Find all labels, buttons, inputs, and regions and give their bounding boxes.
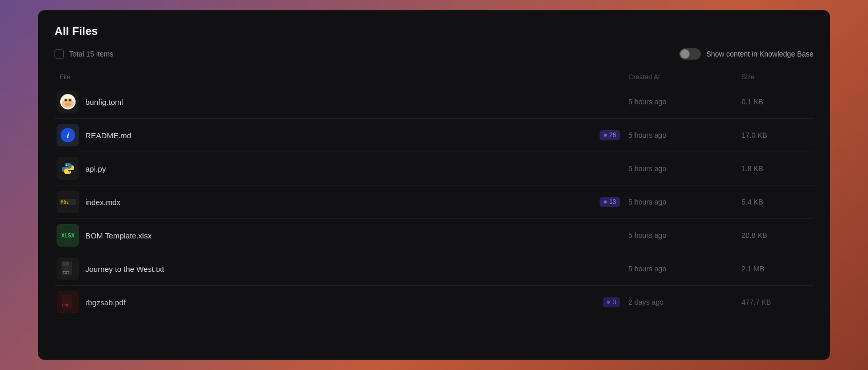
file-cell: TXT Journey to the West.txt: [55, 257, 628, 280]
table-row[interactable]: bunfig.toml 5 hours ago 0.1 KB: [55, 85, 813, 119]
file-name-readme: README.md: [85, 131, 131, 140]
size-readme: 17.0 KB: [742, 131, 813, 139]
file-icon-bun: [57, 90, 79, 113]
table-row[interactable]: XLSX BOM Template.xlsx 5 hours ago 20.8 …: [55, 219, 813, 252]
table-row[interactable]: PDF rbgzsab.pdf 3 2 days ago 477.7 KB: [55, 286, 813, 319]
info-icon: i: [61, 128, 75, 142]
created-at-index: 5 hours ago: [628, 198, 742, 206]
created-at-readme: 5 hours ago: [628, 131, 742, 139]
svg-point-4: [65, 99, 67, 101]
all-files-panel: All Files Total 15 items Show content in…: [38, 10, 830, 360]
header-file: File: [55, 73, 628, 81]
file-cell: api.py: [55, 157, 628, 180]
file-icon-mdx: MD↓: [57, 191, 79, 213]
table-body: bunfig.toml 5 hours ago 0.1 KB i README.…: [55, 85, 813, 360]
created-at-journey: 5 hours ago: [628, 265, 742, 273]
svg-text:PDF: PDF: [62, 303, 70, 307]
file-cell: MD↓ index.mdx 13: [55, 191, 628, 213]
bun-svg-icon: [59, 93, 77, 110]
pdf-badges: 3: [132, 297, 628, 307]
created-at-bom: 5 hours ago: [628, 231, 742, 239]
toolbar: Total 15 items Show content in Knowledge…: [55, 48, 813, 60]
header-created-at: Created At: [628, 73, 742, 81]
size-journey: 2.1 MB: [742, 265, 813, 273]
python-svg-icon: [60, 161, 76, 176]
created-at-rbgzsab: 2 days ago: [628, 298, 742, 306]
knowledge-base-toggle[interactable]: [679, 48, 701, 60]
page-title: All Files: [55, 25, 813, 38]
svg-text:MD↓: MD↓: [61, 200, 69, 205]
total-count-label: Total 15 items: [69, 50, 113, 58]
svg-point-5: [69, 99, 71, 101]
svg-rect-15: [62, 262, 69, 266]
index-badge: 13: [600, 197, 620, 207]
svg-text:TXT: TXT: [63, 271, 69, 275]
badge-dot: [607, 301, 610, 304]
readme-badges: 26: [137, 130, 628, 140]
created-at-bunfig: 5 hours ago: [628, 98, 742, 106]
mdx-svg-icon: MD↓: [57, 191, 79, 213]
index-badges: 13: [126, 197, 628, 207]
size-api: 1.8 KB: [742, 164, 813, 173]
file-cell: XLSX BOM Template.xlsx: [55, 224, 628, 247]
file-icon-readme: i: [57, 124, 79, 146]
file-name-api: api.py: [85, 164, 106, 173]
select-all-checkbox[interactable]: [55, 49, 64, 59]
txt-svg-icon: TXT: [57, 257, 79, 280]
toggle-label: Show content in Knowledge Base: [706, 50, 813, 58]
file-name-rbgzsab: rbgzsab.pdf: [85, 298, 125, 307]
size-bom: 20.8 KB: [742, 231, 813, 239]
table-row[interactable]: TXT Journey to the West.txt 5 hours ago …: [55, 252, 813, 286]
badge-dot: [604, 134, 607, 137]
svg-point-6: [65, 103, 71, 106]
table-row[interactable]: MD↓ index.mdx 13 5 hours ago 5.4 KB: [55, 186, 813, 219]
file-name-bom: BOM Template.xlsx: [85, 231, 152, 240]
file-icon-xlsx: XLSX: [57, 224, 79, 247]
readme-badge: 26: [600, 130, 620, 140]
file-cell: bunfig.toml: [55, 90, 628, 113]
pdf-badge: 3: [603, 297, 620, 307]
file-name-bunfig: bunfig.toml: [85, 98, 123, 106]
file-cell: PDF rbgzsab.pdf 3: [55, 291, 628, 313]
total-items-area: Total 15 items: [55, 49, 113, 59]
svg-point-9: [69, 171, 70, 172]
toggle-knob: [680, 49, 690, 59]
xlsx-label: XLSX: [57, 224, 79, 247]
file-icon-txt: TXT: [57, 257, 79, 280]
header-size: Size: [742, 73, 813, 81]
created-at-api: 5 hours ago: [628, 164, 742, 173]
table-row[interactable]: api.py 5 hours ago 1.8 KB: [55, 152, 813, 186]
size-index: 5.4 KB: [742, 198, 813, 206]
pdf-svg-icon: PDF: [57, 291, 79, 313]
size-rbgzsab: 477.7 KB: [742, 298, 813, 306]
table-row[interactable]: i README.md 26 5 hours ago 17.0 KB: [55, 119, 813, 152]
svg-point-8: [66, 164, 67, 165]
file-icon-python: [57, 157, 79, 180]
file-icon-pdf: PDF: [57, 291, 79, 313]
table-header: File Created At Size: [55, 69, 813, 85]
badge-dot: [604, 200, 607, 203]
size-bunfig: 0.1 KB: [742, 98, 813, 106]
file-cell: i README.md 26: [55, 124, 628, 146]
file-name-journey: Journey to the West.txt: [85, 265, 164, 273]
knowledge-base-toggle-area: Show content in Knowledge Base: [679, 48, 813, 60]
file-name-index: index.mdx: [85, 198, 120, 207]
